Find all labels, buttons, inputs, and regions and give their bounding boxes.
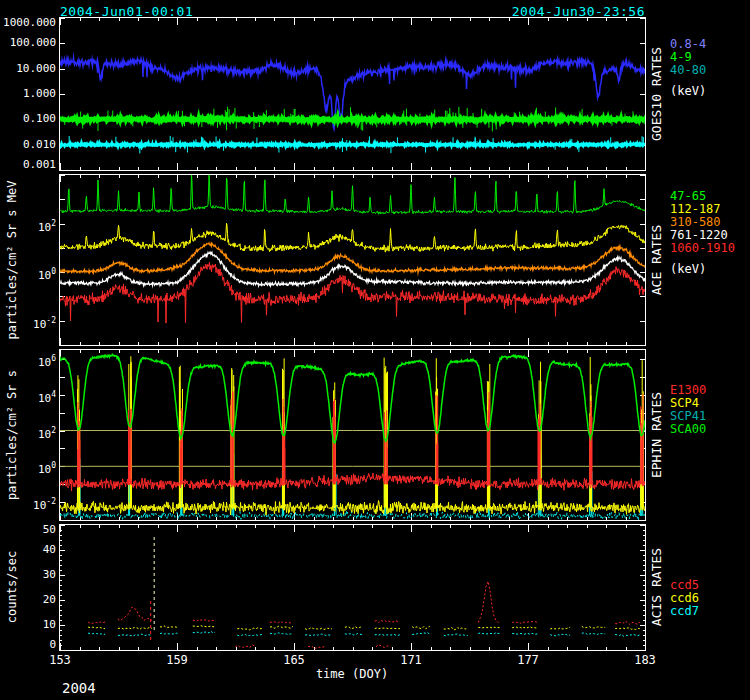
goes10-panel-title: GOES10 RATES xyxy=(649,47,664,141)
goes10-ytick-5: 0.010 xyxy=(0,139,56,151)
ephin-ytick-3: 100 xyxy=(0,460,56,476)
acis-y-axis-label: counts/sec xyxy=(5,551,19,623)
ace-panel xyxy=(59,174,646,346)
goes10-legend-item-3: (keV) xyxy=(670,85,706,98)
goes10-ytick-0: 1000.000 xyxy=(0,17,56,29)
ace-ytick-1: 100 xyxy=(0,266,56,282)
acis-ytick-2: 30 xyxy=(0,569,56,581)
ace-ytick-0: 102 xyxy=(0,218,56,234)
acis-ytick-0: 50 xyxy=(0,524,56,536)
ace-panel-title: ACE RATES xyxy=(649,225,664,295)
x-tick-171: 171 xyxy=(394,653,428,667)
acis-ytick-3: 20 xyxy=(0,594,56,606)
ephin-ytick-4: 10-2 xyxy=(0,496,56,512)
particle-rates-figure: 2004-Jun01-00:01 2004-Jun30-23:56 GOES10… xyxy=(0,0,750,700)
ephin-ytick-1: 104 xyxy=(0,389,56,405)
goes10-legend-item-2: 40-80 xyxy=(670,64,706,77)
goes10-ytick-4: 0.100 xyxy=(0,113,56,125)
acis-ytick-1: 40 xyxy=(0,544,56,556)
x-tick-159: 159 xyxy=(160,653,194,667)
x-tick-183: 183 xyxy=(628,653,662,667)
ephin-legend-item-3: SCA00 xyxy=(670,423,706,436)
year-label: 2004 xyxy=(62,680,96,696)
acis-panel-title: ACIS RATES xyxy=(649,548,664,626)
ephin-ytick-2: 102 xyxy=(0,425,56,441)
ephin-panel-title: EPHIN RATES xyxy=(649,392,664,478)
ace-plot-canvas xyxy=(60,175,645,345)
acis-panel xyxy=(59,524,646,651)
ephin-ytick-0: 106 xyxy=(0,353,56,369)
ephin-plot-canvas xyxy=(60,350,645,520)
goes10-ytick-2: 10.000 xyxy=(0,63,56,75)
x-tick-177: 177 xyxy=(511,653,545,667)
ace-legend-item-5: (keV) xyxy=(670,263,706,276)
goes10-plot-canvas xyxy=(60,18,645,170)
ace-ytick-2: 10-2 xyxy=(0,315,56,331)
acis-ytick-4: 10 xyxy=(0,619,56,631)
x-tick-165: 165 xyxy=(277,653,311,667)
goes10-ytick-1: 100.000 xyxy=(0,37,56,49)
acis-ytick-5: 0 xyxy=(0,639,56,651)
goes10-ytick-3: 1.000 xyxy=(0,88,56,100)
ace-legend-item-4: 1060-1910 xyxy=(670,242,735,255)
x-tick-153: 153 xyxy=(43,653,77,667)
ephin-panel xyxy=(59,349,646,521)
x-axis-label: time (DOY) xyxy=(297,667,407,681)
goes10-panel xyxy=(59,17,646,171)
acis-plot-canvas xyxy=(60,525,645,650)
acis-legend-item-2: ccd7 xyxy=(670,605,699,618)
goes10-ytick-6: 0.001 xyxy=(0,159,56,171)
